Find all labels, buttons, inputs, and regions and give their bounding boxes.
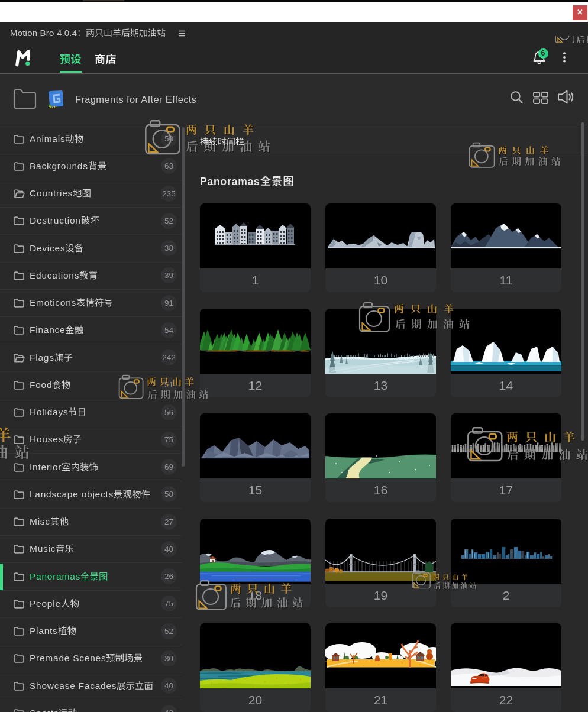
svg-text:V2.0: V2.0 <box>49 105 57 109</box>
